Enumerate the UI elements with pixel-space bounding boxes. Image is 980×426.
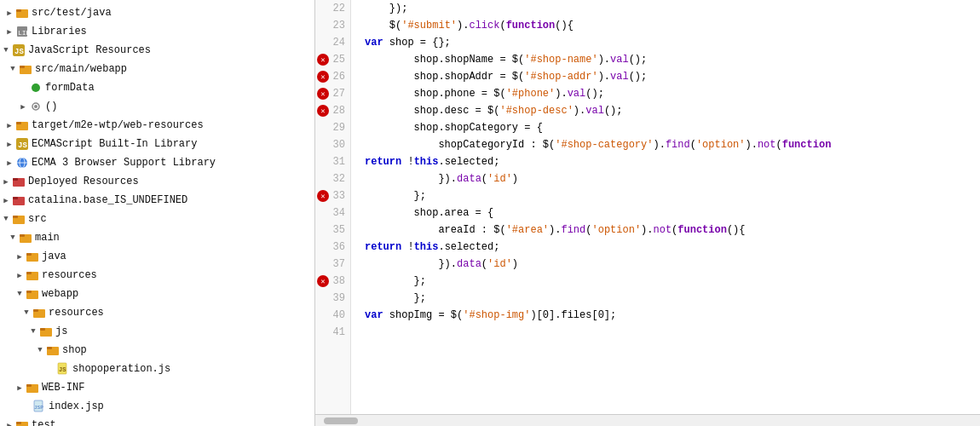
tree-item-formData[interactable]: formData — [0, 78, 314, 97]
tree-arrow[interactable]: ▼ — [34, 344, 46, 356]
tree-item-label: ECMAScript Built-In Library — [32, 138, 197, 150]
tree-item-shopoperation[interactable]: JSshopoperation.js — [0, 360, 314, 378]
tree-item-src[interactable]: ▼src — [0, 210, 314, 228]
svg-rect-23 — [13, 216, 18, 218]
tree-item-src-main-webapp[interactable]: ▼src/main/webapp — [0, 60, 314, 78]
tree-item-empty[interactable]: ▶() — [0, 97, 314, 116]
code-content[interactable]: }); $('#submit').click(function(){ var s… — [351, 0, 980, 414]
tree-arrow[interactable]: ▶ — [3, 419, 15, 426]
tree-arrow[interactable]: ▼ — [0, 44, 12, 56]
line-numbers: 222324✕25✕26✕27✕2829303132✕3334353637✕38… — [315, 0, 351, 414]
tree-item-java[interactable]: ▶java — [0, 247, 314, 266]
tree-arrow[interactable]: ▶ — [14, 250, 26, 262]
tree-arrow[interactable] — [44, 363, 56, 375]
tree-item-label: JavaScript Resources — [28, 44, 151, 56]
folder-src-icon — [19, 62, 32, 76]
line-number: 27 — [333, 88, 345, 100]
tree-item-label: java — [42, 250, 66, 262]
tree-arrow[interactable]: ▶ — [0, 176, 12, 187]
line-number: 24 — [333, 37, 345, 49]
line-number-row: 24 — [315, 34, 350, 51]
jsp-icon: JSP — [32, 400, 46, 413]
error-indicator: ✕ — [317, 71, 329, 83]
tree-arrow[interactable]: ▶ — [17, 101, 29, 112]
tree-item-deployed-resources[interactable]: ▶Deployed Resources — [0, 172, 314, 191]
tree-item-resources2[interactable]: ▼resources — [0, 303, 314, 322]
error-indicator: ✕ — [317, 105, 329, 117]
line-number-row: ✕28 — [315, 102, 350, 119]
svg-rect-31 — [26, 291, 32, 293]
tree-arrow[interactable]: ▶ — [3, 157, 15, 169]
tree-item-web-inf[interactable]: ▶WEB-INF — [0, 378, 314, 397]
tree-item-libraries[interactable]: ▶LIBLibraries — [0, 22, 314, 41]
tree-arrow[interactable]: ▶ — [0, 194, 12, 206]
svg-rect-35 — [40, 328, 45, 331]
tree-item-label: shop — [62, 344, 87, 356]
svg-text:JS: JS — [59, 366, 66, 373]
code-line: shop.phone = $('#phone').val(); — [351, 85, 980, 102]
tree-item-src-test-java[interactable]: ▶src/test/java — [0, 3, 314, 22]
tree-item-resources[interactable]: ▶resources — [0, 266, 314, 285]
tree-item-catalina[interactable]: ▶catalina.base_IS_UNDEFINED — [0, 191, 314, 210]
tree-item-label: ECMA 3 Browser Support Library — [32, 157, 216, 169]
line-number-row: 41 — [315, 324, 350, 341]
line-number: 25 — [333, 54, 345, 66]
svg-point-10 — [34, 105, 37, 108]
line-number: 38 — [333, 275, 345, 287]
circle-empty-icon — [29, 100, 43, 113]
line-number-row: 22 — [315, 0, 350, 17]
tree-arrow[interactable]: ▶ — [3, 26, 15, 37]
tree-item-shop[interactable]: ▼shop — [0, 341, 314, 360]
tree-arrow[interactable]: ▶ — [3, 138, 15, 150]
tree-arrow[interactable]: ▼ — [20, 307, 32, 319]
code-line: shop.desc = $('#shop-desc').val(); — [351, 102, 980, 119]
svg-text:JS: JS — [14, 48, 24, 56]
tree-item-index-jsp[interactable]: JSPindex.jsp — [0, 397, 314, 416]
code-line: shop.shopName = $('#shop-name').val(); — [351, 51, 980, 68]
tree-item-ecmascript-builtin[interactable]: ▶JSECMAScript Built-In Library — [0, 135, 314, 153]
tree-arrow[interactable]: ▼ — [7, 63, 19, 75]
svg-rect-12 — [16, 122, 21, 124]
tree-arrow[interactable]: ▼ — [0, 213, 12, 225]
code-line: shopCategoryId : $('#shop-category').fin… — [351, 136, 980, 153]
folder-src-icon — [15, 118, 29, 132]
code-line: return !this.selected; — [351, 239, 980, 256]
tree-item-ecma3-browser[interactable]: ▶ECMA 3 Browser Support Library — [0, 153, 314, 172]
folder-icon — [46, 343, 60, 357]
tree-item-label: resources — [49, 307, 104, 319]
tree-item-main[interactable]: ▼main — [0, 228, 314, 247]
tree-arrow[interactable]: ▶ — [3, 7, 15, 19]
code-line: }; — [351, 290, 980, 307]
tree-item-webapp[interactable]: ▼webapp — [0, 285, 314, 303]
tree-arrow[interactable]: ▼ — [14, 288, 26, 300]
code-line: var shopImg = $('#shop-img')[0].files[0]… — [351, 307, 980, 324]
tree-arrow[interactable]: ▼ — [7, 232, 19, 244]
code-line: }; — [351, 273, 980, 290]
folder-src-icon — [26, 250, 39, 263]
svg-rect-21 — [13, 197, 18, 199]
tree-item-target-m2e[interactable]: ▶target/m2e-wtp/web-resources — [0, 116, 314, 135]
svg-rect-1 — [16, 9, 21, 12]
folder-src-icon — [19, 231, 32, 245]
svg-rect-29 — [26, 272, 32, 274]
tree-item-label: webapp — [42, 288, 78, 300]
tree-item-label: () — [45, 101, 57, 112]
tree-arrow[interactable] — [20, 400, 32, 412]
tree-arrow[interactable]: ▶ — [14, 269, 26, 281]
tree-item-js[interactable]: ▼js — [0, 322, 314, 341]
file-tree[interactable]: ▶src/test/java▶LIBLibraries▼JSJavaScript… — [0, 0, 315, 426]
svg-rect-41 — [26, 384, 32, 387]
horizontal-scrollbar[interactable] — [315, 414, 980, 426]
tree-item-js-resources[interactable]: ▼JSJavaScript Resources — [0, 41, 314, 60]
tree-item-label: catalina.base_IS_UNDEFINED — [28, 194, 187, 206]
tree-arrow[interactable]: ▶ — [3, 119, 15, 131]
tree-arrow[interactable]: ▼ — [27, 325, 39, 337]
tree-arrow[interactable] — [17, 82, 29, 94]
tree-item-test-folder[interactable]: ▶test — [0, 416, 314, 426]
scrollbar-thumb[interactable] — [324, 417, 358, 424]
line-number: 29 — [333, 122, 345, 134]
tree-arrow[interactable]: ▶ — [14, 382, 26, 394]
code-line: $('#submit').click(function(){ — [351, 17, 980, 34]
line-number-row: 37 — [315, 256, 350, 273]
folder-src-icon — [12, 212, 26, 226]
